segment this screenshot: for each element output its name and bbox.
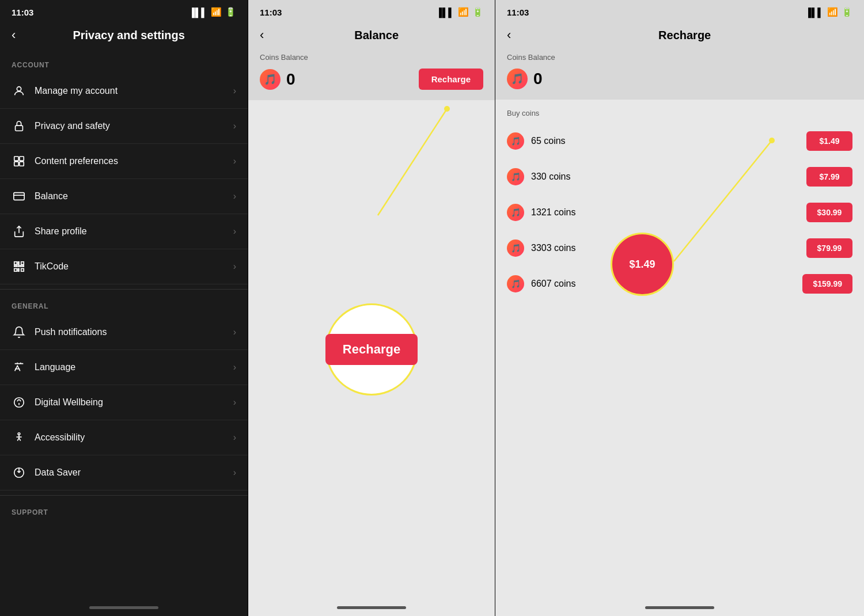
chevron-privacy: › [233,121,236,131]
svg-line-20 [378,109,447,215]
nav-header-mid: ‹ Balance [248,22,495,53]
chevron-language: › [233,362,236,372]
coin-option-65[interactable]: 🎵 65 coins $1.49 [495,123,864,159]
share-icon [12,224,26,239]
divider-1 [0,289,248,290]
chevron-accessibility: › [233,432,236,443]
menu-item-share[interactable]: Share profile › [0,214,248,249]
menu-label-share: Share profile [35,226,233,237]
coins-left-right: 🎵 0 [507,69,543,89]
battery-icon: 🔋 [225,7,236,17]
home-indicator-mid [248,599,495,616]
coins-amount-mid: 0 [286,70,295,89]
recharge-panel: 11:03 ▐▌▌ 📶 🔋 ‹ Recharge Coins Balance 🎵… [495,0,864,616]
back-button-mid[interactable]: ‹ [260,28,264,43]
chevron-balance: › [233,191,236,201]
settings-panel: 11:03 ▐▌▌ 📶 🔋 ‹ Privacy and settings ACC… [0,0,248,616]
recharge-balance-section: Coins Balance 🎵 0 [495,53,864,100]
balance-header-section: Coins Balance 🎵 0 Recharge [248,53,495,100]
menu-label-push: Push notifications [35,327,233,337]
home-bar-right [645,606,714,609]
menu-item-accessibility[interactable]: Accessibility › [0,420,248,455]
svg-point-17 [14,398,24,408]
svg-point-21 [444,106,450,112]
svg-point-0 [17,87,21,91]
svg-rect-9 [14,262,17,265]
nav-header-right: ‹ Recharge [495,22,864,53]
menu-item-wellbeing[interactable]: Digital Wellbeing › [0,385,248,420]
menu-item-manage[interactable]: Manage my account › [0,74,248,109]
recharge-circle-button[interactable]: Recharge [325,334,418,365]
coins-left-mid: 🎵 0 [260,69,295,90]
coin-icon-6607: 🎵 [507,275,524,292]
status-icons-mid: ▐▌▌ 📶 🔋 [436,7,483,17]
home-bar-mid [337,606,406,609]
svg-rect-5 [20,162,24,166]
menu-label-datasaver: Data Saver [35,467,233,478]
home-bar-left [89,606,158,609]
chevron-wellbeing: › [233,397,236,408]
menu-item-push[interactable]: Push notifications › [0,315,248,350]
coin-name-1321: 1321 coins [531,207,806,218]
time-left: 11:03 [12,7,33,17]
svg-rect-1 [16,126,23,131]
menu-item-content[interactable]: Content preferences › [0,144,248,179]
coin-option-3303[interactable]: 🎵 3303 coins $79.99 [495,230,864,266]
coin-option-1321[interactable]: 🎵 1321 coins $30.99 [495,195,864,230]
coin-name-330: 330 coins [531,172,806,182]
coin-options-wrapper: 🎵 65 coins $1.49 🎵 330 coins $7.99 🎵 132… [495,123,864,302]
back-button-right[interactable]: ‹ [507,28,511,43]
coins-row-right: 🎵 0 [507,69,852,89]
status-icons-right: ▐▌▌ 📶 🔋 [805,7,852,17]
svg-rect-12 [18,262,19,265]
svg-rect-14 [18,265,24,267]
menu-item-tikcode[interactable]: TikCode › [0,249,248,284]
battery-icon-right: 🔋 [842,7,852,17]
coin-price-btn-6607[interactable]: $159.99 [802,274,852,294]
svg-rect-10 [14,265,17,267]
menu-label-language: Language [35,362,233,372]
wifi-icon-right: 📶 [827,7,838,17]
balance-main-area: Recharge [248,100,495,599]
menu-item-balance[interactable]: Balance › [0,179,248,214]
account-section-label: ACCOUNT [0,53,248,74]
back-button-left[interactable]: ‹ [12,28,16,43]
tiktok-coin-icon-right: 🎵 [507,69,528,89]
recharge-button-top[interactable]: Recharge [419,69,483,90]
coin-icon-65: 🎵 [507,132,524,150]
coins-row-mid: 🎵 0 Recharge [260,69,483,90]
signal-icon-right: ▐▌▌ [805,7,824,17]
menu-item-privacy[interactable]: Privacy and safety › [0,109,248,144]
menu-item-language[interactable]: Language › [0,350,248,385]
chevron-push: › [233,327,236,337]
signal-icon-mid: ▐▌▌ [436,7,454,17]
chevron-datasaver: › [233,467,236,478]
svg-rect-15 [21,269,24,272]
coin-price-btn-1321[interactable]: $30.99 [806,203,852,222]
page-title-left: Privacy and settings [21,29,236,42]
coin-price-btn-65[interactable]: $1.49 [806,131,852,151]
menu-label-accessibility: Accessibility [35,432,233,443]
wifi-icon-mid: 📶 [458,7,469,17]
coin-price-btn-330[interactable]: $7.99 [806,167,852,187]
status-bar-left: 11:03 ▐▌▌ 📶 🔋 [0,0,248,22]
coin-price-btn-3303[interactable]: $79.99 [806,238,852,258]
svg-rect-11 [14,269,17,272]
nav-header-left: ‹ Privacy and settings [0,22,248,53]
content-icon [12,154,26,169]
svg-rect-16 [18,269,19,272]
language-icon [12,360,26,375]
buy-coins-label: Buy coins [495,100,864,123]
coin-option-330[interactable]: 🎵 330 coins $7.99 [495,159,864,195]
status-bar-right: 11:03 ▐▌▌ 📶 🔋 [495,0,864,22]
battery-icon-mid: 🔋 [472,7,483,17]
coin-name-65: 65 coins [531,136,806,146]
chevron-content: › [233,156,236,166]
svg-rect-13 [21,262,24,265]
datasaver-icon [12,465,26,480]
coin-option-6607[interactable]: 🎵 6607 coins $159.99 [495,266,864,302]
divider-2 [0,495,248,496]
lock-icon [12,119,26,134]
accessibility-icon [12,430,26,445]
menu-item-datasaver[interactable]: Data Saver › [0,455,248,490]
